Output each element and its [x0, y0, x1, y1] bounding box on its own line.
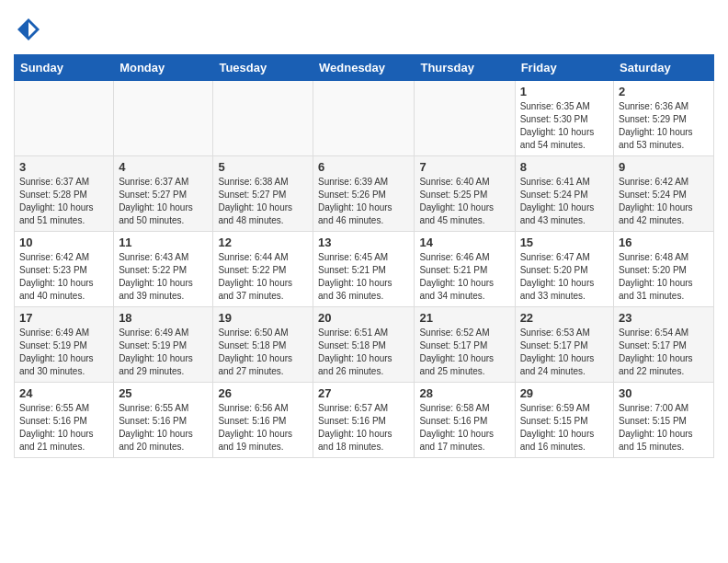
logo — [14, 17, 41, 47]
day-cell-17: 17Sunrise: 6:49 AM Sunset: 5:19 PM Dayli… — [15, 306, 114, 382]
day-number: 28 — [419, 386, 509, 400]
day-cell-30: 30Sunrise: 7:00 AM Sunset: 5:15 PM Dayli… — [614, 382, 714, 457]
day-cell-29: 29Sunrise: 6:59 AM Sunset: 5:15 PM Dayli… — [515, 382, 613, 457]
day-cell-21: 21Sunrise: 6:52 AM Sunset: 5:17 PM Dayli… — [415, 306, 515, 382]
day-cell-7: 7Sunrise: 6:40 AM Sunset: 5:25 PM Daylig… — [415, 155, 515, 231]
day-number: 9 — [619, 160, 709, 174]
day-cell-13: 13Sunrise: 6:45 AM Sunset: 5:21 PM Dayli… — [313, 231, 415, 306]
day-info: Sunrise: 6:42 AM Sunset: 5:23 PM Dayligh… — [19, 251, 108, 303]
day-info: Sunrise: 6:44 AM Sunset: 5:22 PM Dayligh… — [218, 251, 308, 303]
day-info: Sunrise: 6:35 AM Sunset: 5:30 PM Dayligh… — [520, 100, 609, 152]
day-number: 12 — [218, 236, 308, 249]
day-info: Sunrise: 6:46 AM Sunset: 5:21 PM Dayligh… — [419, 251, 509, 303]
week-row-4: 17Sunrise: 6:49 AM Sunset: 5:19 PM Dayli… — [15, 306, 714, 382]
day-info: Sunrise: 6:49 AM Sunset: 5:19 PM Dayligh… — [19, 327, 108, 378]
empty-cell — [313, 80, 415, 155]
day-info: Sunrise: 6:50 AM Sunset: 5:18 PM Dayligh… — [218, 327, 308, 378]
header — [14, 9, 714, 47]
weekday-header-friday: Friday — [515, 54, 613, 80]
day-info: Sunrise: 6:58 AM Sunset: 5:16 PM Dayligh… — [419, 402, 509, 454]
weekday-header-monday: Monday — [114, 54, 213, 80]
weekday-header-thursday: Thursday — [415, 54, 515, 80]
logo-text — [14, 17, 41, 47]
day-info: Sunrise: 6:48 AM Sunset: 5:20 PM Dayligh… — [619, 251, 709, 303]
day-cell-2: 2Sunrise: 6:36 AM Sunset: 5:29 PM Daylig… — [614, 80, 714, 155]
day-cell-12: 12Sunrise: 6:44 AM Sunset: 5:22 PM Dayli… — [213, 231, 313, 306]
day-info: Sunrise: 6:59 AM Sunset: 5:15 PM Dayligh… — [520, 402, 609, 454]
day-info: Sunrise: 6:51 AM Sunset: 5:18 PM Dayligh… — [318, 327, 409, 378]
empty-cell — [415, 80, 515, 155]
day-cell-22: 22Sunrise: 6:53 AM Sunset: 5:17 PM Dayli… — [515, 306, 613, 382]
day-cell-26: 26Sunrise: 6:56 AM Sunset: 5:16 PM Dayli… — [213, 382, 313, 457]
empty-cell — [15, 80, 114, 155]
page: SundayMondayTuesdayWednesdayThursdayFrid… — [0, 0, 728, 472]
day-info: Sunrise: 6:55 AM Sunset: 5:16 PM Dayligh… — [119, 402, 208, 454]
day-cell-6: 6Sunrise: 6:39 AM Sunset: 5:26 PM Daylig… — [313, 155, 415, 231]
day-info: Sunrise: 6:56 AM Sunset: 5:16 PM Dayligh… — [218, 402, 308, 454]
day-info: Sunrise: 6:54 AM Sunset: 5:17 PM Dayligh… — [619, 327, 709, 378]
day-info: Sunrise: 6:37 AM Sunset: 5:28 PM Dayligh… — [19, 176, 108, 227]
day-number: 20 — [318, 311, 409, 325]
day-cell-20: 20Sunrise: 6:51 AM Sunset: 5:18 PM Dayli… — [313, 306, 415, 382]
day-info: Sunrise: 7:00 AM Sunset: 5:15 PM Dayligh… — [619, 402, 709, 454]
weekday-header-row: SundayMondayTuesdayWednesdayThursdayFrid… — [15, 54, 714, 80]
day-info: Sunrise: 6:45 AM Sunset: 5:21 PM Dayligh… — [318, 251, 409, 303]
day-number: 24 — [19, 386, 108, 400]
day-info: Sunrise: 6:39 AM Sunset: 5:26 PM Dayligh… — [318, 176, 409, 227]
day-number: 5 — [218, 160, 308, 174]
day-number: 21 — [419, 311, 509, 325]
week-row-5: 24Sunrise: 6:55 AM Sunset: 5:16 PM Dayli… — [15, 382, 714, 457]
day-number: 3 — [19, 160, 108, 174]
day-cell-3: 3Sunrise: 6:37 AM Sunset: 5:28 PM Daylig… — [15, 155, 114, 231]
day-info: Sunrise: 6:41 AM Sunset: 5:24 PM Dayligh… — [520, 176, 609, 227]
day-number: 23 — [619, 311, 709, 325]
day-cell-23: 23Sunrise: 6:54 AM Sunset: 5:17 PM Dayli… — [614, 306, 714, 382]
day-cell-25: 25Sunrise: 6:55 AM Sunset: 5:16 PM Dayli… — [114, 382, 213, 457]
day-info: Sunrise: 6:40 AM Sunset: 5:25 PM Dayligh… — [419, 176, 509, 227]
day-cell-9: 9Sunrise: 6:42 AM Sunset: 5:24 PM Daylig… — [614, 155, 714, 231]
day-info: Sunrise: 6:57 AM Sunset: 5:16 PM Dayligh… — [318, 402, 409, 454]
day-cell-28: 28Sunrise: 6:58 AM Sunset: 5:16 PM Dayli… — [415, 382, 515, 457]
day-number: 15 — [520, 236, 609, 249]
day-number: 19 — [218, 311, 308, 325]
day-number: 2 — [619, 85, 709, 98]
week-row-1: 1Sunrise: 6:35 AM Sunset: 5:30 PM Daylig… — [15, 80, 714, 155]
day-info: Sunrise: 6:37 AM Sunset: 5:27 PM Dayligh… — [119, 176, 208, 227]
weekday-header-sunday: Sunday — [15, 54, 114, 80]
day-cell-19: 19Sunrise: 6:50 AM Sunset: 5:18 PM Dayli… — [213, 306, 313, 382]
day-number: 8 — [520, 160, 609, 174]
day-number: 17 — [19, 311, 108, 325]
calendar-table: SundayMondayTuesdayWednesdayThursdayFrid… — [14, 54, 714, 458]
day-info: Sunrise: 6:38 AM Sunset: 5:27 PM Dayligh… — [218, 176, 308, 227]
logo-icon — [16, 17, 41, 42]
day-number: 14 — [419, 236, 509, 249]
day-number: 25 — [119, 386, 208, 400]
day-cell-18: 18Sunrise: 6:49 AM Sunset: 5:19 PM Dayli… — [114, 306, 213, 382]
empty-cell — [114, 80, 213, 155]
weekday-header-tuesday: Tuesday — [213, 54, 313, 80]
day-cell-27: 27Sunrise: 6:57 AM Sunset: 5:16 PM Dayli… — [313, 382, 415, 457]
day-cell-5: 5Sunrise: 6:38 AM Sunset: 5:27 PM Daylig… — [213, 155, 313, 231]
day-cell-8: 8Sunrise: 6:41 AM Sunset: 5:24 PM Daylig… — [515, 155, 613, 231]
day-number: 29 — [520, 386, 609, 400]
day-cell-14: 14Sunrise: 6:46 AM Sunset: 5:21 PM Dayli… — [415, 231, 515, 306]
day-number: 16 — [619, 236, 709, 249]
day-number: 4 — [119, 160, 208, 174]
day-cell-11: 11Sunrise: 6:43 AM Sunset: 5:22 PM Dayli… — [114, 231, 213, 306]
day-number: 18 — [119, 311, 208, 325]
day-number: 6 — [318, 160, 409, 174]
week-row-2: 3Sunrise: 6:37 AM Sunset: 5:28 PM Daylig… — [15, 155, 714, 231]
day-number: 1 — [520, 85, 609, 98]
day-number: 11 — [119, 236, 208, 249]
day-info: Sunrise: 6:52 AM Sunset: 5:17 PM Dayligh… — [419, 327, 509, 378]
day-number: 22 — [520, 311, 609, 325]
week-row-3: 10Sunrise: 6:42 AM Sunset: 5:23 PM Dayli… — [15, 231, 714, 306]
day-info: Sunrise: 6:49 AM Sunset: 5:19 PM Dayligh… — [119, 327, 208, 378]
day-number: 27 — [318, 386, 409, 400]
day-cell-4: 4Sunrise: 6:37 AM Sunset: 5:27 PM Daylig… — [114, 155, 213, 231]
day-info: Sunrise: 6:36 AM Sunset: 5:29 PM Dayligh… — [619, 100, 709, 152]
empty-cell — [213, 80, 313, 155]
day-info: Sunrise: 6:53 AM Sunset: 5:17 PM Dayligh… — [520, 327, 609, 378]
weekday-header-wednesday: Wednesday — [313, 54, 415, 80]
day-cell-10: 10Sunrise: 6:42 AM Sunset: 5:23 PM Dayli… — [15, 231, 114, 306]
